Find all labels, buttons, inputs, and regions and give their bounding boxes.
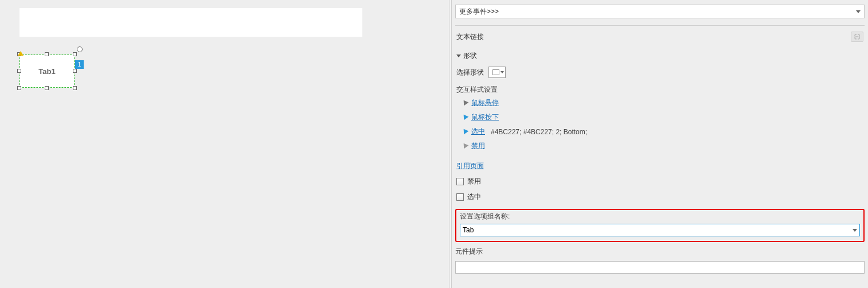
cursor-hover-icon [460, 100, 468, 107]
reference-page-link[interactable]: 引用页面 [456, 162, 484, 170]
disabled-style-link[interactable]: 禁用 [471, 141, 485, 151]
tab-widget[interactable]: Tab1 [19, 55, 75, 88]
group-name-input[interactable] [463, 226, 850, 234]
text-link-label: 文本链接 [456, 32, 484, 42]
chevron-down-icon [501, 71, 504, 73]
more-events-label: 更多事件>>> [459, 7, 499, 17]
shape-rect-icon [492, 69, 499, 75]
footnote-badge[interactable]: 1 [75, 60, 84, 69]
interaction-styles-header: 交互样式设置 [456, 85, 865, 95]
selected-checkbox-label: 选中 [467, 192, 481, 202]
resize-handle-sw[interactable] [17, 86, 21, 90]
resize-handle-s[interactable] [45, 86, 49, 90]
rotate-handle[interactable] [77, 46, 83, 52]
resize-handle-ne[interactable] [73, 52, 77, 56]
link-icon-button[interactable] [851, 32, 863, 42]
canvas-area[interactable]: Tab1 1 [0, 0, 449, 288]
selected-style-link[interactable]: 选中 [471, 127, 485, 137]
anchor-marker [18, 51, 24, 56]
chevron-down-icon [856, 10, 861, 13]
more-events-dropdown[interactable]: 更多事件>>> [455, 5, 865, 18]
tab-widget-label: Tab1 [38, 67, 55, 76]
group-name-combobox[interactable] [460, 224, 860, 236]
mouse-down-style-link[interactable]: 鼠标按下 [471, 112, 499, 122]
selected-element[interactable]: Tab1 1 [19, 55, 75, 88]
properties-panel: 更多事件>>> 文本链接 形状 选择形状 交互样式设置 [452, 0, 868, 288]
cursor-press-icon [460, 114, 468, 121]
tooltip-label: 元件提示 [455, 247, 865, 256]
select-shape-label: 选择形状 [456, 68, 484, 77]
divider [455, 25, 865, 26]
resize-handle-se[interactable] [73, 86, 77, 90]
selection-group-highlight: 设置选项组名称: [455, 209, 865, 242]
disabled-checkbox[interactable] [456, 178, 464, 185]
mouse-hover-style-link[interactable]: 鼠标悬停 [471, 98, 499, 108]
chevron-down-icon [456, 55, 461, 57]
disabled-checkbox-label: 禁用 [467, 177, 481, 186]
chevron-down-icon [853, 229, 857, 232]
cursor-disabled-icon [460, 143, 468, 150]
resize-handle-n[interactable] [45, 52, 49, 56]
canvas-shape-rect[interactable] [19, 8, 362, 37]
tooltip-input[interactable] [455, 261, 865, 274]
resize-handle-w[interactable] [17, 69, 21, 73]
resize-handle-e[interactable] [73, 69, 77, 73]
shape-picker[interactable] [488, 67, 506, 78]
shape-section-header[interactable]: 形状 [456, 51, 865, 61]
link-icon [853, 34, 861, 40]
group-name-label: 设置选项组名称: [460, 212, 860, 221]
selected-style-value: #4BC227; #4BC227; 2; Bottom; [491, 128, 587, 136]
shape-section-label: 形状 [463, 51, 477, 61]
cursor-selected-icon [460, 129, 468, 135]
selected-checkbox[interactable] [456, 193, 464, 201]
